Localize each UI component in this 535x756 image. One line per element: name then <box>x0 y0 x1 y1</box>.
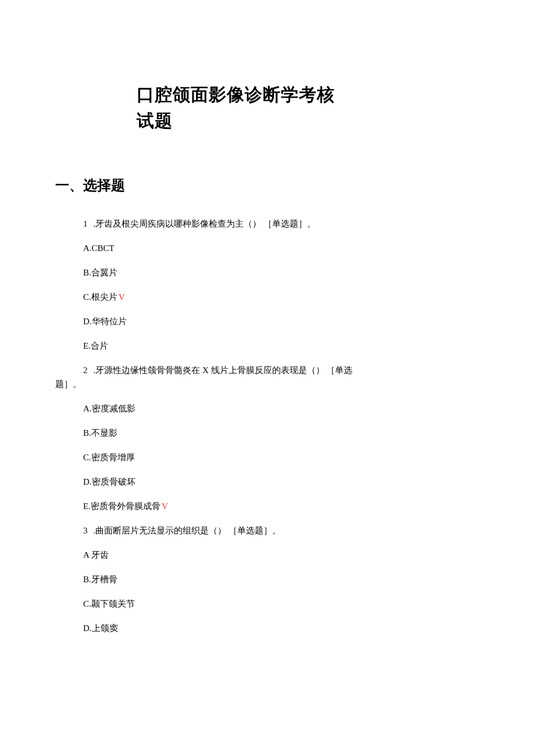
section-heading: 一、选择题 <box>55 174 480 196</box>
question-number: 1 <box>83 219 88 228</box>
question-stem: 2.牙源性边缘性颌骨骨髓炎在 X 线片上骨膜反应的表现是（） ［单选 题］。 <box>55 363 480 391</box>
correct-mark: V <box>162 501 168 511</box>
question-stem: 1.牙齿及根尖周疾病以哪种影像检查为主（） ［单选题］。 <box>55 217 480 231</box>
option-d: D.密质骨破坏 <box>55 475 480 489</box>
option-b: B.不显影 <box>55 426 480 440</box>
option-b: B.牙槽骨 <box>55 572 480 586</box>
question-text: .牙齿及根尖周疾病以哪种影像检查为主（） ［单选题］。 <box>94 219 316 228</box>
option-a: A 牙齿 <box>55 548 480 562</box>
question-text-line1: .牙源性边缘性颌骨骨髓炎在 X 线片上骨膜反应的表现是（） ［单选 <box>94 366 353 375</box>
option-d: D.华特位片 <box>55 314 480 328</box>
option-a: A.CBCT <box>55 241 480 255</box>
document-title-block: 口腔颌面影像诊断学考核 试题 <box>137 81 480 134</box>
title-line-1: 口腔颌面影像诊断学考核 <box>137 81 480 108</box>
question-text: .曲面断层片无法显示的组织是（） ［单选题］。 <box>94 526 281 535</box>
question-2: 2.牙源性边缘性颌骨骨髓炎在 X 线片上骨膜反应的表现是（） ［单选 题］。 A… <box>55 363 480 513</box>
option-b: B.合翼片 <box>55 266 480 280</box>
option-e: E.合片 <box>55 339 480 353</box>
question-number: 2 <box>83 366 88 375</box>
option-e: E.密质骨外骨膜成骨V <box>55 499 480 513</box>
option-c: C.颞下颌关节 <box>55 597 480 611</box>
option-d: D.上颌窦 <box>55 621 480 635</box>
option-a: A.密度减低影 <box>55 402 480 415</box>
question-text-line2: 题］。 <box>55 377 480 391</box>
question-1: 1.牙齿及根尖周疾病以哪种影像检查为主（） ［单选题］。 A.CBCT B.合翼… <box>55 217 480 353</box>
option-c: C.密质骨增厚 <box>55 450 480 464</box>
correct-mark: V <box>119 292 125 302</box>
title-line-2: 试题 <box>137 108 480 134</box>
question-number: 3 <box>83 526 88 535</box>
option-c: C.根尖片V <box>55 290 480 304</box>
question-3: 3.曲面断层片无法显示的组织是（） ［单选题］。 A 牙齿 B.牙槽骨 C.颞下… <box>55 524 480 635</box>
question-stem: 3.曲面断层片无法显示的组织是（） ［单选题］。 <box>55 524 480 538</box>
